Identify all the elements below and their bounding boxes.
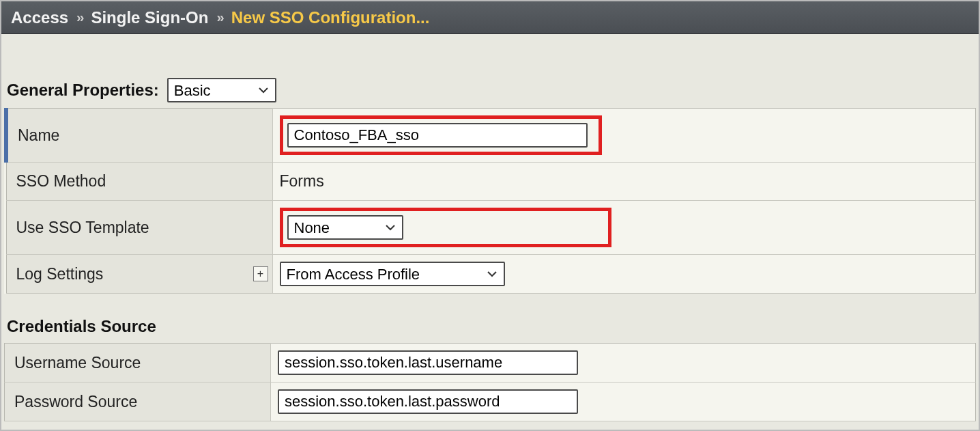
name-input[interactable]	[287, 123, 588, 148]
username-source-input[interactable]	[278, 350, 578, 375]
breadcrumb: Access ›› Single Sign-On ›› New SSO Conf…	[1, 1, 979, 34]
row-password-source: Password Source	[5, 383, 976, 421]
breadcrumb-level1[interactable]: Access	[11, 8, 68, 27]
use-template-highlight: None	[280, 208, 611, 247]
page-root: Access ›› Single Sign-On ›› New SSO Conf…	[0, 0, 980, 431]
general-properties-header: General Properties: Basic	[1, 34, 979, 105]
log-settings-add-button[interactable]: +	[253, 266, 268, 281]
general-properties-title: General Properties:	[7, 81, 159, 100]
sso-method-label: SSO Method	[6, 163, 272, 201]
breadcrumb-sep-icon: ››	[76, 10, 83, 25]
row-log-settings: Log Settings + From Access Profile	[6, 255, 976, 294]
sso-method-value: Forms	[280, 172, 324, 190]
log-settings-label-text: Log Settings	[16, 265, 104, 283]
row-use-template: Use SSO Template None	[6, 201, 976, 255]
log-settings-label: Log Settings +	[6, 255, 272, 294]
row-name: Name	[6, 109, 976, 163]
credentials-source-title: Credentials Source	[1, 294, 979, 340]
password-source-input[interactable]	[278, 389, 578, 414]
row-sso-method: SSO Method Forms	[6, 163, 976, 201]
log-settings-select[interactable]: From Access Profile	[280, 262, 505, 286]
username-source-label: Username Source	[5, 344, 271, 383]
breadcrumb-sep-icon: ››	[216, 10, 222, 25]
credentials-source-table: Username Source Password Source	[4, 343, 976, 421]
use-template-label: Use SSO Template	[6, 201, 272, 255]
use-template-select[interactable]: None	[287, 215, 403, 240]
row-username-source: Username Source	[5, 344, 976, 383]
general-properties-table: Name SSO Method Forms Use SSO Template	[4, 108, 976, 294]
general-properties-mode-select[interactable]: Basic	[167, 78, 276, 102]
name-label: Name	[6, 109, 272, 163]
password-source-label: Password Source	[5, 383, 271, 421]
breadcrumb-current: New SSO Configuration...	[231, 8, 430, 27]
breadcrumb-level2[interactable]: Single Sign-On	[91, 8, 208, 27]
name-highlight	[280, 115, 602, 155]
